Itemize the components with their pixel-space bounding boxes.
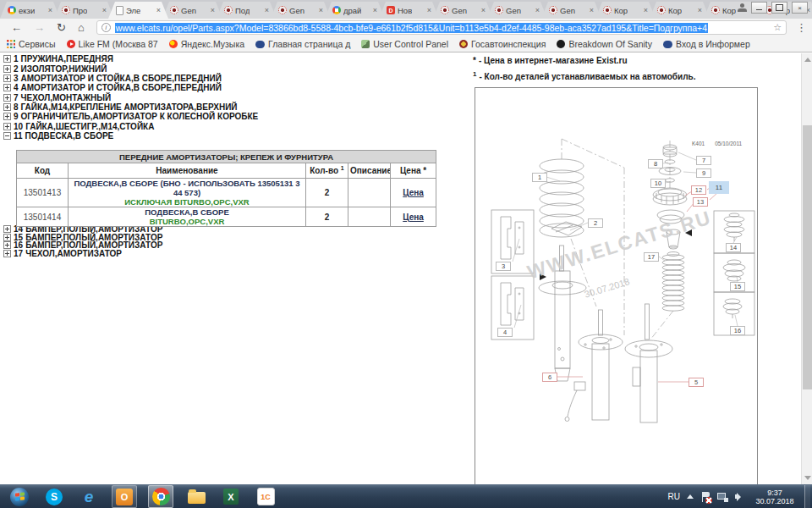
action-center-flag-icon[interactable] — [700, 491, 710, 503]
tree-item[interactable]: 9ОГРАНИЧИТЕЛЬ,АМОРТИЗАТОР К КОЛЕСНОЙ КОР… — [3, 112, 258, 121]
window-maximize-button[interactable] — [771, 2, 787, 14]
scroll-down-icon[interactable] — [804, 476, 811, 480]
diagram-callout[interactable]: 9 — [696, 168, 711, 178]
start-button[interactable] — [8, 486, 31, 507]
bookmark-item[interactable]: Like FM (Москва 87 — [67, 39, 158, 49]
browser-tab[interactable]: драй× — [325, 2, 385, 19]
tree-item[interactable]: 17ЧЕХОЛ,АМОРТИЗАТОР — [3, 250, 162, 258]
tree-item[interactable]: 1ПРУЖИНА,ПЕРЕДНЯЯ — [3, 54, 258, 64]
bookmark-item[interactable]: Breakdown Of Sanity — [557, 39, 652, 49]
reload-button[interactable]: ↻ — [57, 22, 66, 33]
tab-close-icon[interactable]: × — [102, 7, 107, 14]
bookmark-item[interactable]: Яндекс.Музыка — [169, 39, 244, 49]
hidden-icons-arrow[interactable] — [687, 494, 694, 499]
window-minimize-button[interactable] — [751, 2, 767, 14]
scrollbar-thumb[interactable] — [803, 125, 812, 389]
browser-tab[interactable]: Кор× — [650, 2, 710, 19]
scroll-up-icon[interactable] — [804, 58, 811, 62]
tab-close-icon[interactable]: × — [211, 7, 215, 14]
tree-item[interactable]: 4АМОРТИЗАТОР И СТОЙКА,В СБОРЕ,ПЕРЕДНИЙ — [3, 83, 258, 92]
info-icon[interactable]: i — [102, 23, 111, 32]
diagram-callout[interactable]: 8 — [648, 159, 663, 168]
browser-tab-active[interactable]: Эле× — [108, 2, 168, 19]
taskbar-clock[interactable]: 9:3730.07.2018 — [752, 489, 798, 505]
home-button[interactable]: ⌂ — [78, 22, 85, 33]
address-bar[interactable]: i www.elcats.ru/opel/Parts.aspx?Model=83… — [96, 20, 787, 35]
browser-tab[interactable]: екзи× — [0, 2, 60, 19]
diagram-callout[interactable]: 12 — [691, 185, 706, 195]
language-indicator[interactable]: RU — [668, 492, 680, 501]
expand-plus-icon[interactable] — [3, 84, 11, 91]
expand-plus-icon[interactable] — [3, 103, 11, 111]
page-scrollbar[interactable] — [801, 53, 812, 484]
tree-item[interactable]: 2ИЗОЛЯТОР,НИЖНИЙ — [3, 64, 258, 73]
browser-tab[interactable]: Gen× — [433, 2, 493, 19]
diagram-callout[interactable]: 1 — [532, 173, 547, 182]
chrome-menu-icon[interactable]: ⋮ — [796, 21, 807, 34]
expand-plus-icon[interactable] — [3, 234, 11, 241]
network-icon[interactable] — [717, 492, 728, 502]
tab-close-icon[interactable]: × — [427, 7, 431, 14]
diagram-callout[interactable]: 13 — [693, 197, 708, 207]
diagram-callout[interactable]: 3 — [496, 262, 511, 271]
tab-close-icon[interactable]: × — [644, 7, 648, 14]
tab-close-icon[interactable]: × — [535, 7, 540, 14]
tree-item-expanded[interactable]: 11ПОДВЕСКА,В СБОРЕ — [3, 131, 258, 141]
tab-close-icon[interactable]: × — [156, 7, 161, 14]
diagram-callout[interactable]: 17 — [644, 252, 659, 262]
taskbar-skype-button[interactable]: S — [42, 486, 66, 507]
browser-tab[interactable]: Gen× — [541, 2, 601, 19]
browser-tab[interactable]: Gen× — [162, 2, 222, 19]
tree-item[interactable]: 7ЧЕХОЛ,МОНТАЖНЫЙ — [3, 92, 258, 102]
tab-close-icon[interactable]: × — [698, 7, 702, 14]
expand-plus-icon[interactable] — [3, 241, 11, 249]
tree-item[interactable]: 8ГАЙКА,М14,КРЕПЛЕНИЕ АМОРТИЗАТОРА,ВЕРХНИ… — [3, 102, 258, 112]
taskbar-explorer-button[interactable] — [184, 486, 208, 507]
diagram-callout[interactable]: 6 — [542, 373, 557, 382]
browser-tab[interactable]: Под× — [217, 2, 277, 19]
expand-plus-icon[interactable] — [3, 113, 11, 120]
tab-close-icon[interactable]: × — [590, 7, 594, 14]
tab-close-icon[interactable]: × — [319, 7, 323, 14]
bookmark-apps[interactable]: Сервисы — [7, 39, 56, 49]
window-close-button[interactable]: × — [792, 2, 808, 14]
taskbar-1c-button[interactable]: 1С — [254, 486, 277, 507]
tree-item[interactable]: 10ГАЙКА,ШЕСТИГР.,М14,СТОЙКА — [3, 121, 258, 130]
diagram-callout[interactable]: 5 — [689, 378, 704, 387]
taskbar-chrome-button[interactable] — [148, 485, 173, 508]
bookmark-item[interactable]: Главная страница д — [255, 39, 350, 49]
browser-tab[interactable]: Gen× — [271, 2, 331, 19]
diagram-callout[interactable]: 14 — [726, 243, 741, 252]
diagram-callout[interactable]: 15 — [730, 282, 745, 291]
forward-button[interactable]: → — [34, 22, 45, 33]
url-text[interactable]: www.elcats.ru/opel/Parts.aspx?Model=8386… — [115, 23, 708, 33]
tree-item[interactable]: 3АМОРТИЗАТОР И СТОЙКА,В СБОРЕ,ПЕРЕДНИЙ — [3, 74, 258, 83]
diagram-callout[interactable]: 4 — [497, 328, 513, 337]
price-link[interactable]: Цена — [403, 213, 424, 222]
expand-plus-icon[interactable] — [3, 94, 11, 102]
back-button[interactable]: ← — [11, 22, 22, 33]
diagram-callout[interactable]: 2 — [588, 218, 603, 228]
diagram-callout[interactable]: 16 — [730, 326, 745, 335]
volume-icon[interactable] — [735, 492, 745, 502]
taskbar-ie-button[interactable]: e — [77, 486, 101, 507]
expand-plus-icon[interactable] — [3, 250, 11, 257]
collapse-minus-icon[interactable] — [3, 132, 11, 140]
browser-tab[interactable]: DНов× — [379, 2, 439, 19]
expand-plus-icon[interactable] — [3, 75, 11, 82]
bookmark-item[interactable]: User Control Panel — [361, 39, 448, 49]
browser-tab[interactable]: Кор× — [595, 2, 656, 19]
show-desktop-button[interactable] — [804, 485, 810, 508]
bookmark-star-icon[interactable]: ☆ — [773, 22, 782, 33]
tab-close-icon[interactable]: × — [373, 7, 377, 14]
price-link[interactable]: Цена — [403, 188, 424, 197]
profile-icon[interactable] — [738, 3, 747, 12]
bookmark-item[interactable]: Госавтоинспекция — [459, 39, 546, 49]
diagram-callout[interactable]: 10 — [650, 179, 666, 188]
taskbar-excel-button[interactable]: X — [219, 486, 243, 507]
diagram-callout-selected[interactable]: 11 — [709, 181, 729, 194]
expand-plus-icon[interactable] — [3, 123, 11, 130]
taskbar-outlook-button[interactable]: O — [112, 485, 137, 508]
browser-tab[interactable]: Gen× — [487, 2, 547, 19]
expand-plus-icon[interactable] — [3, 65, 11, 73]
